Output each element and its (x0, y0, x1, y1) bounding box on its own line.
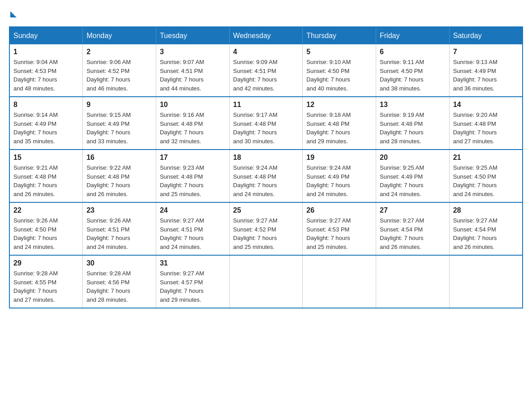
day-number: 3 (160, 48, 226, 56)
day-number: 14 (453, 101, 519, 109)
calendar-day-cell: 3Sunrise: 9:07 AM Sunset: 4:51 PM Daylig… (156, 44, 229, 97)
calendar-day-cell: 1Sunrise: 9:04 AM Sunset: 4:53 PM Daylig… (9, 44, 83, 97)
calendar-day-cell: 22Sunrise: 9:26 AM Sunset: 4:50 PM Dayli… (9, 202, 83, 255)
day-info: Sunrise: 9:22 AM Sunset: 4:48 PM Dayligh… (86, 163, 152, 198)
calendar-day-cell: 16Sunrise: 9:22 AM Sunset: 4:48 PM Dayli… (83, 150, 156, 202)
calendar-header-thursday: Thursday (303, 27, 376, 44)
day-info: Sunrise: 9:28 AM Sunset: 4:55 PM Dayligh… (13, 269, 79, 304)
calendar-week-row: 8Sunrise: 9:14 AM Sunset: 4:49 PM Daylig… (9, 97, 523, 150)
day-number: 30 (86, 259, 152, 267)
day-info: Sunrise: 9:11 AM Sunset: 4:50 PM Dayligh… (380, 58, 446, 93)
day-number: 17 (160, 154, 226, 162)
day-number: 6 (380, 48, 446, 56)
calendar-day-cell: 26Sunrise: 9:27 AM Sunset: 4:53 PM Dayli… (303, 202, 376, 255)
day-number: 9 (86, 101, 152, 109)
calendar-day-cell: 4Sunrise: 9:09 AM Sunset: 4:51 PM Daylig… (229, 44, 303, 97)
day-info: Sunrise: 9:04 AM Sunset: 4:53 PM Dayligh… (13, 58, 79, 93)
day-info: Sunrise: 9:26 AM Sunset: 4:50 PM Dayligh… (13, 216, 79, 251)
calendar-header-saturday: Saturday (449, 27, 523, 44)
day-info: Sunrise: 9:09 AM Sunset: 4:51 PM Dayligh… (233, 58, 299, 93)
calendar-week-row: 1Sunrise: 9:04 AM Sunset: 4:53 PM Daylig… (9, 44, 523, 97)
day-number: 25 (233, 206, 299, 214)
calendar-header-tuesday: Tuesday (156, 27, 229, 44)
logo (9, 9, 17, 17)
calendar-day-cell: 29Sunrise: 9:28 AM Sunset: 4:55 PM Dayli… (9, 255, 83, 308)
calendar-day-cell: 27Sunrise: 9:27 AM Sunset: 4:54 PM Dayli… (376, 202, 450, 255)
day-info: Sunrise: 9:27 AM Sunset: 4:57 PM Dayligh… (160, 269, 226, 304)
day-number: 20 (380, 154, 446, 162)
day-number: 22 (13, 206, 79, 214)
day-number: 23 (86, 206, 152, 214)
day-number: 29 (13, 259, 79, 267)
calendar-header-friday: Friday (376, 27, 450, 44)
calendar-week-row: 15Sunrise: 9:21 AM Sunset: 4:48 PM Dayli… (9, 150, 523, 202)
calendar-day-cell: 23Sunrise: 9:26 AM Sunset: 4:51 PM Dayli… (83, 202, 156, 255)
day-number: 5 (306, 48, 372, 56)
calendar-day-cell: 18Sunrise: 9:24 AM Sunset: 4:48 PM Dayli… (229, 150, 303, 202)
calendar-day-cell (229, 255, 303, 308)
day-number: 11 (233, 101, 299, 109)
calendar-week-row: 22Sunrise: 9:26 AM Sunset: 4:50 PM Dayli… (9, 202, 523, 255)
day-number: 1 (13, 48, 79, 56)
day-info: Sunrise: 9:18 AM Sunset: 4:48 PM Dayligh… (306, 111, 372, 146)
day-number: 8 (13, 101, 79, 109)
logo-arrow-icon (10, 11, 17, 17)
day-info: Sunrise: 9:27 AM Sunset: 4:52 PM Dayligh… (233, 216, 299, 251)
day-info: Sunrise: 9:27 AM Sunset: 4:53 PM Dayligh… (306, 216, 372, 251)
day-number: 4 (233, 48, 299, 56)
day-info: Sunrise: 9:27 AM Sunset: 4:54 PM Dayligh… (380, 216, 446, 251)
calendar-header-sunday: Sunday (9, 27, 83, 44)
day-info: Sunrise: 9:26 AM Sunset: 4:51 PM Dayligh… (86, 216, 152, 251)
calendar-day-cell: 8Sunrise: 9:14 AM Sunset: 4:49 PM Daylig… (9, 97, 83, 150)
day-number: 19 (306, 154, 372, 162)
calendar-day-cell: 10Sunrise: 9:16 AM Sunset: 4:48 PM Dayli… (156, 97, 229, 150)
calendar-day-cell: 15Sunrise: 9:21 AM Sunset: 4:48 PM Dayli… (9, 150, 83, 202)
calendar-day-cell (376, 255, 450, 308)
calendar-day-cell: 20Sunrise: 9:25 AM Sunset: 4:49 PM Dayli… (376, 150, 450, 202)
calendar-day-cell: 28Sunrise: 9:27 AM Sunset: 4:54 PM Dayli… (449, 202, 523, 255)
day-info: Sunrise: 9:27 AM Sunset: 4:54 PM Dayligh… (453, 216, 519, 251)
day-info: Sunrise: 9:23 AM Sunset: 4:48 PM Dayligh… (160, 163, 226, 198)
calendar-table: SundayMondayTuesdayWednesdayThursdayFrid… (9, 26, 523, 308)
calendar-day-cell: 6Sunrise: 9:11 AM Sunset: 4:50 PM Daylig… (376, 44, 450, 97)
calendar-day-cell: 9Sunrise: 9:15 AM Sunset: 4:49 PM Daylig… (83, 97, 156, 150)
calendar-day-cell: 24Sunrise: 9:27 AM Sunset: 4:51 PM Dayli… (156, 202, 229, 255)
day-number: 16 (86, 154, 152, 162)
day-info: Sunrise: 9:06 AM Sunset: 4:52 PM Dayligh… (86, 58, 152, 93)
day-info: Sunrise: 9:19 AM Sunset: 4:48 PM Dayligh… (380, 111, 446, 146)
day-number: 2 (86, 48, 152, 56)
day-info: Sunrise: 9:07 AM Sunset: 4:51 PM Dayligh… (160, 58, 226, 93)
calendar-day-cell: 30Sunrise: 9:28 AM Sunset: 4:56 PM Dayli… (83, 255, 156, 308)
calendar-day-cell: 13Sunrise: 9:19 AM Sunset: 4:48 PM Dayli… (376, 97, 450, 150)
calendar-week-row: 29Sunrise: 9:28 AM Sunset: 4:55 PM Dayli… (9, 255, 523, 308)
day-number: 10 (160, 101, 226, 109)
calendar-day-cell: 31Sunrise: 9:27 AM Sunset: 4:57 PM Dayli… (156, 255, 229, 308)
day-number: 27 (380, 206, 446, 214)
day-info: Sunrise: 9:24 AM Sunset: 4:48 PM Dayligh… (233, 163, 299, 198)
day-info: Sunrise: 9:25 AM Sunset: 4:50 PM Dayligh… (453, 163, 519, 198)
day-info: Sunrise: 9:17 AM Sunset: 4:48 PM Dayligh… (233, 111, 299, 146)
day-number: 31 (160, 259, 226, 267)
calendar-day-cell: 17Sunrise: 9:23 AM Sunset: 4:48 PM Dayli… (156, 150, 229, 202)
calendar-day-cell: 5Sunrise: 9:10 AM Sunset: 4:50 PM Daylig… (303, 44, 376, 97)
day-number: 15 (13, 154, 79, 162)
day-info: Sunrise: 9:20 AM Sunset: 4:48 PM Dayligh… (453, 111, 519, 146)
calendar-day-cell: 21Sunrise: 9:25 AM Sunset: 4:50 PM Dayli… (449, 150, 523, 202)
calendar-day-cell: 2Sunrise: 9:06 AM Sunset: 4:52 PM Daylig… (83, 44, 156, 97)
day-number: 7 (453, 48, 519, 56)
calendar-day-cell: 7Sunrise: 9:13 AM Sunset: 4:49 PM Daylig… (449, 44, 523, 97)
calendar-day-cell: 12Sunrise: 9:18 AM Sunset: 4:48 PM Dayli… (303, 97, 376, 150)
day-info: Sunrise: 9:21 AM Sunset: 4:48 PM Dayligh… (13, 163, 79, 198)
day-number: 26 (306, 206, 372, 214)
day-info: Sunrise: 9:16 AM Sunset: 4:48 PM Dayligh… (160, 111, 226, 146)
day-info: Sunrise: 9:15 AM Sunset: 4:49 PM Dayligh… (86, 111, 152, 146)
calendar-header-wednesday: Wednesday (229, 27, 303, 44)
calendar-header-monday: Monday (83, 27, 156, 44)
day-info: Sunrise: 9:10 AM Sunset: 4:50 PM Dayligh… (306, 58, 372, 93)
day-info: Sunrise: 9:24 AM Sunset: 4:49 PM Dayligh… (306, 163, 372, 198)
day-info: Sunrise: 9:28 AM Sunset: 4:56 PM Dayligh… (86, 269, 152, 304)
calendar-day-cell: 19Sunrise: 9:24 AM Sunset: 4:49 PM Dayli… (303, 150, 376, 202)
day-info: Sunrise: 9:27 AM Sunset: 4:51 PM Dayligh… (160, 216, 226, 251)
calendar-day-cell (303, 255, 376, 308)
day-number: 12 (306, 101, 372, 109)
